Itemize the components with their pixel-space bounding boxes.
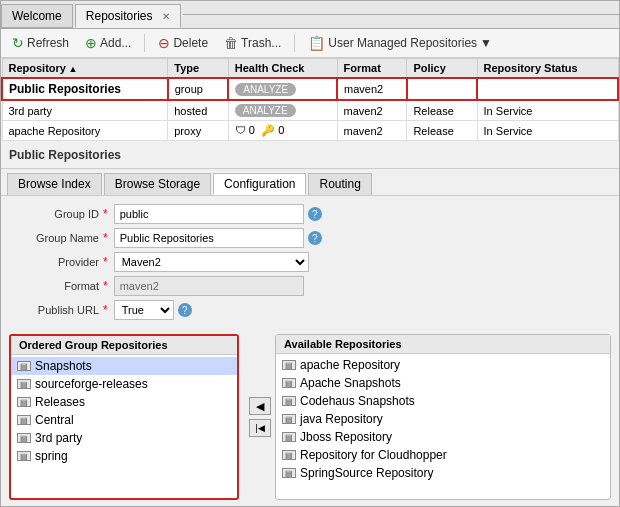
cell-name: apache Repository	[2, 121, 168, 141]
cell-status: In Service	[477, 100, 618, 121]
list-item[interactable]: ▤ 3rd party	[11, 429, 237, 447]
table-row[interactable]: 3rd party hosted ANALYZE maven2 Release …	[2, 100, 618, 121]
bottom-section: Ordered Group Repositories ▤ Snapshots ▤…	[1, 328, 619, 506]
required-star-5: *	[103, 303, 108, 317]
list-item-label: Jboss Repository	[300, 430, 392, 444]
tab-close-icon[interactable]: ✕	[162, 11, 170, 22]
tab-repositories-label: Repositories	[86, 9, 153, 23]
list-item-label: Central	[35, 413, 74, 427]
col-repository[interactable]: Repository	[2, 59, 168, 79]
trash-label: Trash...	[241, 36, 281, 50]
list-item[interactable]: ▤ Central	[11, 411, 237, 429]
tab-routing[interactable]: Routing	[308, 173, 371, 195]
group-name-input[interactable]	[114, 228, 304, 248]
list-item-label: Codehaus Snapshots	[300, 394, 415, 408]
user-managed-label: User Managed Repositories	[328, 36, 477, 50]
col-format[interactable]: Format	[337, 59, 407, 79]
tab-browse-storage[interactable]: Browse Storage	[104, 173, 211, 195]
form-row-group-id: Group ID * ?	[9, 204, 611, 224]
list-item[interactable]: ▤ sourceforge-releases	[11, 375, 237, 393]
list-item-label: sourceforge-releases	[35, 377, 148, 391]
list-item[interactable]: ▤ SpringSource Repository	[276, 464, 610, 482]
list-item[interactable]: ▤ Repository for Cloudhopper	[276, 446, 610, 464]
toolbar: ↻ Refresh ⊕ Add... ⊖ Delete 🗑 Trash... 📋…	[1, 29, 619, 58]
table-row[interactable]: apache Repository proxy 🛡 0 🔑 0 maven2 R…	[2, 121, 618, 141]
available-panel: Available Repositories ▤ apache Reposito…	[275, 334, 611, 500]
publish-url-select[interactable]: True False	[114, 300, 174, 320]
tab-repositories[interactable]: Repositories ✕	[75, 4, 181, 28]
list-item-label: Releases	[35, 395, 85, 409]
trash-button[interactable]: 🗑 Trash...	[219, 33, 286, 53]
repo-icon: ▤	[17, 379, 31, 389]
cell-type: group	[168, 78, 229, 100]
provider-select[interactable]: Maven2	[114, 252, 309, 272]
tab-browse-index[interactable]: Browse Index	[7, 173, 102, 195]
add-button[interactable]: ⊕ Add...	[80, 33, 136, 53]
ordered-panel: Ordered Group Repositories ▤ Snapshots ▤…	[9, 334, 239, 500]
cell-name: 3rd party	[2, 100, 168, 121]
form-row-provider: Provider * Maven2	[9, 252, 611, 272]
move-left-button[interactable]: ◀	[249, 397, 271, 415]
repo-icon: ▤	[17, 415, 31, 425]
available-panel-header: Available Repositories	[276, 335, 610, 354]
repo-icon: ▤	[17, 361, 31, 371]
ordered-panel-header: Ordered Group Repositories	[11, 336, 237, 355]
detail-panel: Public Repositories Browse Index Browse …	[1, 141, 619, 506]
refresh-button[interactable]: ↻ Refresh	[7, 33, 74, 53]
cell-type: hosted	[168, 100, 229, 121]
config-form: Group ID * ? Group Name * ? Provider * M…	[1, 196, 619, 328]
col-policy[interactable]: Policy	[407, 59, 477, 79]
analyze-btn-2[interactable]: ANALYZE	[235, 104, 296, 117]
list-item-label: 3rd party	[35, 431, 82, 445]
help-icon-2[interactable]: ?	[308, 231, 322, 245]
list-item[interactable]: ▤ spring	[11, 447, 237, 465]
repository-table: Repository Type Health Check Format Poli…	[1, 58, 619, 141]
list-item[interactable]: ▤ Jboss Repository	[276, 428, 610, 446]
list-item[interactable]: ▤ java Repository	[276, 410, 610, 428]
tab-configuration[interactable]: Configuration	[213, 173, 306, 195]
help-icon-3[interactable]: ?	[178, 303, 192, 317]
group-name-label: Group Name	[9, 232, 99, 244]
tab-welcome[interactable]: Welcome	[1, 4, 73, 28]
group-id-label: Group ID	[9, 208, 99, 220]
col-health-check[interactable]: Health Check	[228, 59, 337, 79]
repository-table-container: Repository Type Health Check Format Poli…	[1, 58, 619, 141]
col-type[interactable]: Type	[168, 59, 229, 79]
move-first-button[interactable]: |◀	[249, 419, 271, 437]
list-item-label: Apache Snapshots	[300, 376, 401, 390]
required-star-4: *	[103, 279, 108, 293]
repo-icon: ▤	[17, 397, 31, 407]
user-managed-button[interactable]: 📋 User Managed Repositories ▼	[303, 33, 497, 53]
shield-icon: 🛡 0	[235, 124, 255, 136]
list-item[interactable]: ▤ Releases	[11, 393, 237, 411]
repo-icon: ▤	[17, 433, 31, 443]
trash-icon: 🗑	[224, 35, 238, 51]
cell-status	[477, 78, 618, 100]
cell-name: Public Repositories	[2, 78, 168, 100]
list-item-label: Repository for Cloudhopper	[300, 448, 447, 462]
help-icon-1[interactable]: ?	[308, 207, 322, 221]
cell-health: ANALYZE	[228, 100, 337, 121]
list-item[interactable]: ▤ Apache Snapshots	[276, 374, 610, 392]
col-status[interactable]: Repository Status	[477, 59, 618, 79]
sub-tabs: Browse Index Browse Storage Configuratio…	[1, 169, 619, 196]
list-item[interactable]: ▤ Codehaus Snapshots	[276, 392, 610, 410]
cell-status: In Service	[477, 121, 618, 141]
delete-button[interactable]: ⊖ Delete	[153, 33, 213, 53]
group-id-input[interactable]	[114, 204, 304, 224]
refresh-label: Refresh	[27, 36, 69, 50]
list-item-label: spring	[35, 449, 68, 463]
toolbar-separator-1	[144, 34, 145, 52]
delete-icon: ⊖	[158, 35, 170, 51]
repo-icon: ▤	[17, 451, 31, 461]
repo-icon: ▤	[282, 414, 296, 424]
cell-type: proxy	[168, 121, 229, 141]
publish-url-label: Publish URL	[9, 304, 99, 316]
list-item[interactable]: ▤ apache Repository	[276, 356, 610, 374]
analyze-btn-1[interactable]: ANALYZE	[235, 83, 296, 96]
table-row[interactable]: Public Repositories group ANALYZE maven2	[2, 78, 618, 100]
repo-icon: ▤	[282, 432, 296, 442]
list-item-label: SpringSource Repository	[300, 466, 433, 480]
cell-format: maven2	[337, 78, 407, 100]
list-item[interactable]: ▤ Snapshots	[11, 357, 237, 375]
